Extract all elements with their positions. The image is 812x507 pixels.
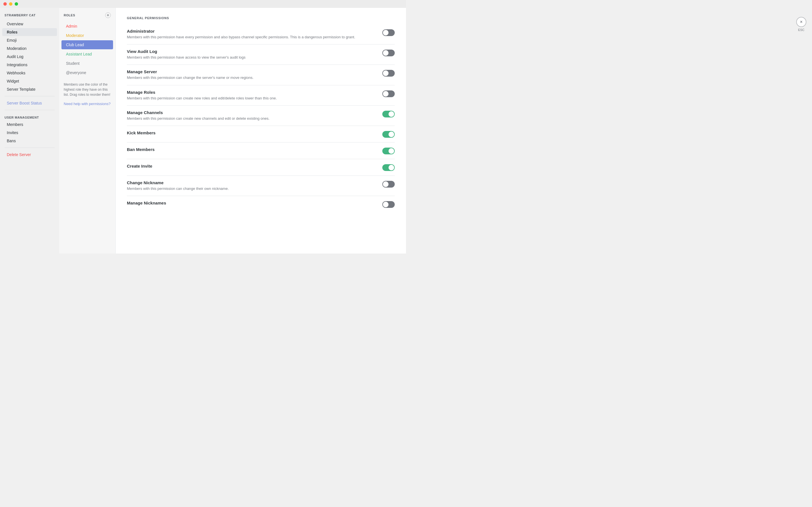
permission-desc-manage-server: Members with this permission can change … bbox=[127, 75, 377, 80]
permission-toggle-administrator[interactable] bbox=[382, 29, 395, 36]
permission-row-view-audit-log: View Audit LogMembers with this permissi… bbox=[127, 45, 395, 65]
roles-hint: Members use the color of the highest rol… bbox=[59, 77, 115, 102]
sidebar-item-overview[interactable]: Overview bbox=[2, 20, 57, 28]
sidebar-divider-1 bbox=[4, 96, 55, 96]
sidebar-item-delete-server[interactable]: Delete Server bbox=[2, 151, 57, 159]
permission-desc-manage-channels: Members with this permission can create … bbox=[127, 116, 377, 121]
sidebar-item-widget[interactable]: Widget bbox=[2, 77, 57, 85]
permission-toggle-manage-server[interactable] bbox=[382, 70, 395, 76]
permission-info-administrator: AdministratorMembers with this permissio… bbox=[127, 29, 382, 40]
role-item-admin[interactable]: Admin bbox=[61, 22, 113, 31]
permission-info-change-nickname: Change NicknameMembers with this permiss… bbox=[127, 180, 382, 191]
sidebar-item-integrations[interactable]: Integrations bbox=[2, 61, 57, 69]
sidebar-item-emoji[interactable]: Emoji bbox=[2, 36, 57, 44]
sidebar: STRAWBERRY CAT OverviewRolesEmojiModerat… bbox=[0, 8, 59, 253]
permission-row-create-invite: Create Invite bbox=[127, 159, 395, 176]
roles-panel: ROLES + AdminModeratorClub LeadAssistant… bbox=[59, 8, 116, 253]
role-item-everyone[interactable]: @everyone bbox=[61, 68, 113, 77]
permission-toggle-change-nickname[interactable] bbox=[382, 181, 395, 187]
permission-row-manage-roles: Manage RolesMembers with this permission… bbox=[127, 86, 395, 106]
sidebar-item-server-template[interactable]: Server Template bbox=[2, 86, 57, 93]
role-item-club-lead[interactable]: Club Lead bbox=[61, 40, 113, 49]
permission-toggle-ban-members[interactable] bbox=[382, 148, 395, 154]
permission-info-create-invite: Create Invite bbox=[127, 164, 382, 170]
permission-name-manage-roles: Manage Roles bbox=[127, 90, 377, 95]
app-body: STRAWBERRY CAT OverviewRolesEmojiModerat… bbox=[0, 8, 406, 253]
permission-desc-change-nickname: Members with this permission can change … bbox=[127, 186, 377, 191]
permission-info-manage-channels: Manage ChannelsMembers with this permiss… bbox=[127, 110, 382, 121]
permission-name-change-nickname: Change Nickname bbox=[127, 180, 377, 185]
permission-info-manage-nicknames: Manage Nicknames bbox=[127, 201, 382, 207]
permission-name-create-invite: Create Invite bbox=[127, 164, 377, 168]
permission-name-view-audit-log: View Audit Log bbox=[127, 49, 377, 54]
titlebar bbox=[0, 0, 406, 8]
permission-info-manage-roles: Manage RolesMembers with this permission… bbox=[127, 90, 382, 101]
server-name: STRAWBERRY CAT bbox=[0, 13, 59, 20]
permission-row-manage-channels: Manage ChannelsMembers with this permiss… bbox=[127, 106, 395, 126]
permission-name-manage-channels: Manage Channels bbox=[127, 110, 377, 115]
permission-desc-administrator: Members with this permission have every … bbox=[127, 35, 377, 40]
sidebar-item-bans[interactable]: Bans bbox=[2, 137, 57, 145]
roles-help-link[interactable]: Need help with permissions? bbox=[59, 102, 115, 106]
permission-name-manage-nicknames: Manage Nicknames bbox=[127, 201, 377, 205]
permission-row-ban-members: Ban Members bbox=[127, 143, 395, 159]
sidebar-item-roles[interactable]: Roles bbox=[2, 28, 57, 36]
sidebar-item-audit-log[interactable]: Audit Log bbox=[2, 53, 57, 61]
permission-name-kick-members: Kick Members bbox=[127, 130, 377, 135]
sidebar-divider-3 bbox=[4, 148, 55, 148]
sidebar-item-boost[interactable]: Server Boost Status bbox=[2, 99, 57, 107]
sidebar-item-members[interactable]: Members bbox=[2, 121, 57, 128]
permission-desc-view-audit-log: Members with this permission have access… bbox=[127, 55, 377, 60]
maximize-button[interactable] bbox=[15, 2, 18, 6]
sidebar-item-moderation[interactable]: Moderation bbox=[2, 45, 57, 52]
permission-toggle-manage-nicknames[interactable] bbox=[382, 201, 395, 208]
permission-toggle-manage-channels[interactable] bbox=[382, 111, 395, 117]
permission-toggle-create-invite[interactable] bbox=[382, 164, 395, 171]
role-item-assistant-lead[interactable]: Assistant Lead bbox=[61, 50, 113, 59]
permission-row-administrator: AdministratorMembers with this permissio… bbox=[127, 24, 395, 45]
permission-info-kick-members: Kick Members bbox=[127, 130, 382, 136]
sidebar-item-invites[interactable]: Invites bbox=[2, 129, 57, 136]
permission-toggle-kick-members[interactable] bbox=[382, 131, 395, 138]
permission-toggle-manage-roles[interactable] bbox=[382, 91, 395, 97]
permission-name-manage-server: Manage Server bbox=[127, 69, 377, 74]
sidebar-item-webhooks[interactable]: Webhooks bbox=[2, 69, 57, 77]
main-content: GENERAL PERMISSIONS AdministratorMembers… bbox=[116, 8, 406, 253]
close-button[interactable] bbox=[3, 2, 7, 6]
section-title: GENERAL PERMISSIONS bbox=[127, 16, 395, 20]
permission-info-view-audit-log: View Audit LogMembers with this permissi… bbox=[127, 49, 382, 60]
permission-desc-manage-roles: Members with this permission can create … bbox=[127, 96, 377, 101]
permission-row-change-nickname: Change NicknameMembers with this permiss… bbox=[127, 176, 395, 196]
permission-row-manage-server: Manage ServerMembers with this permissio… bbox=[127, 65, 395, 85]
roles-title: ROLES bbox=[64, 13, 75, 17]
user-management-label: USER MANAGEMENT bbox=[0, 113, 59, 120]
permission-row-kick-members: Kick Members bbox=[127, 126, 395, 143]
permission-name-ban-members: Ban Members bbox=[127, 147, 377, 152]
permission-row-manage-nicknames: Manage Nicknames bbox=[127, 196, 395, 212]
minimize-button[interactable] bbox=[9, 2, 12, 6]
permission-toggle-view-audit-log[interactable] bbox=[382, 50, 395, 56]
role-item-moderator[interactable]: Moderator bbox=[61, 31, 113, 40]
permission-info-manage-server: Manage ServerMembers with this permissio… bbox=[127, 69, 382, 80]
roles-header: ROLES + bbox=[59, 12, 115, 21]
permission-info-ban-members: Ban Members bbox=[127, 147, 382, 153]
role-item-student[interactable]: Student bbox=[61, 59, 113, 68]
add-role-button[interactable]: + bbox=[105, 12, 111, 18]
permission-name-administrator: Administrator bbox=[127, 29, 377, 34]
